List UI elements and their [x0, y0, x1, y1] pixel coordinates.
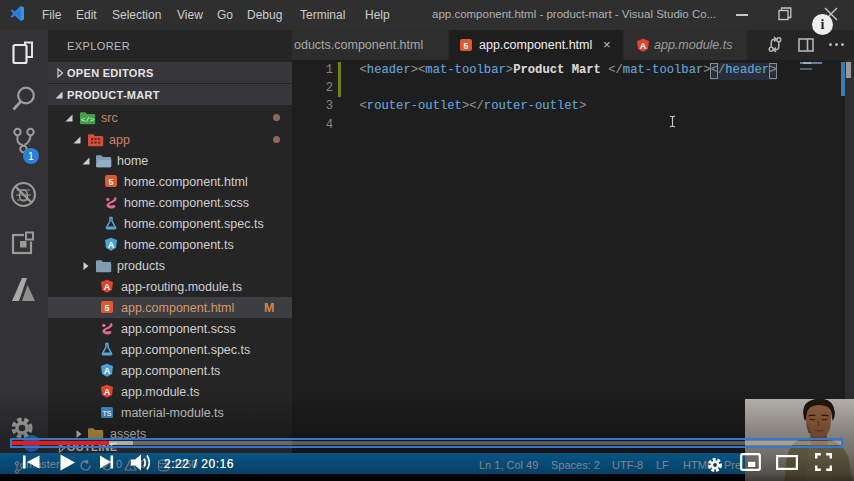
svg-text:5: 5: [108, 177, 113, 187]
svg-text:A: A: [640, 41, 647, 51]
svg-text:5: 5: [463, 41, 468, 51]
svg-text:5: 5: [104, 303, 109, 313]
svg-text:A: A: [108, 240, 115, 250]
svg-text:A: A: [104, 282, 111, 292]
svg-text:</>: </>: [81, 116, 95, 124]
svg-text:A: A: [104, 366, 111, 376]
